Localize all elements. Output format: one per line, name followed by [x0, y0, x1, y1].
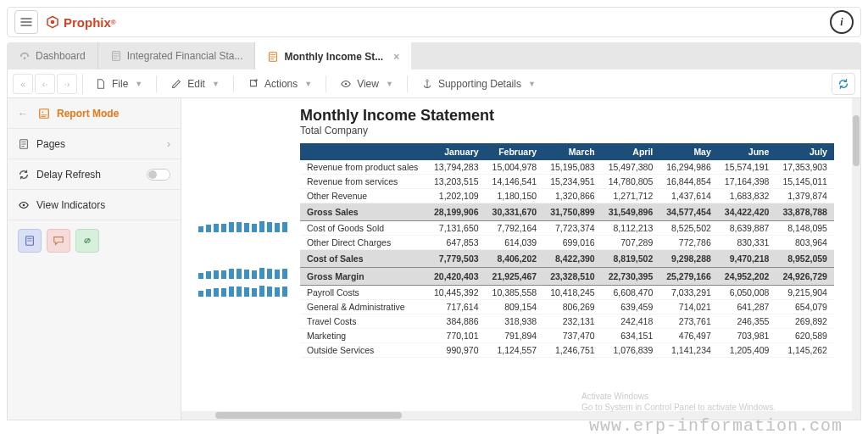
cell-value: 7,723,374	[543, 221, 602, 236]
nav-back-button[interactable]: «	[13, 74, 33, 94]
view-menu-button[interactable]: View▼	[331, 73, 402, 95]
cell-value: 10,418,245	[543, 286, 602, 300]
cell-value: 1,076,839	[602, 343, 660, 358]
link-icon	[81, 235, 93, 247]
row-label: Gross Sales	[300, 203, 427, 221]
cell-value: 641,287	[718, 300, 776, 314]
tab-dashboard[interactable]: Dashboard	[7, 42, 98, 70]
cell-value: 699,016	[543, 236, 602, 250]
cell-value: 634,151	[602, 329, 660, 343]
cell-value: 1,320,866	[543, 189, 602, 203]
delay-refresh-toggle[interactable]	[147, 169, 170, 181]
nav-next-button[interactable]: ·›	[57, 74, 77, 94]
tab-integrated-financial[interactable]: Integrated Financial Sta...	[98, 42, 256, 70]
cell-value: 22,730,395	[602, 268, 660, 286]
cell-value: 24,926,729	[776, 268, 834, 286]
cell-value: 17,164,398	[718, 175, 776, 189]
row-label: Payroll Costs	[300, 286, 427, 300]
data-row: Revenue from product sales13,794,28315,0…	[300, 160, 834, 175]
cell-value: 1,437,614	[659, 189, 718, 203]
cell-value: 15,234,951	[543, 175, 602, 189]
cell-value: 15,004,978	[486, 160, 544, 175]
cell-value: 8,406,202	[486, 250, 544, 268]
cell-value: 33,878,788	[776, 203, 834, 221]
cell-value: 717,614	[427, 300, 486, 314]
delay-refresh-item[interactable]: Delay Refresh	[8, 159, 181, 190]
view-indicators-item[interactable]: View Indicators	[8, 190, 181, 220]
cell-value: 8,819,502	[602, 250, 660, 268]
info-button[interactable]: i	[830, 10, 854, 34]
cell-value: 1,141,234	[659, 343, 718, 358]
cell-value: 703,981	[718, 329, 776, 343]
supporting-details-menu-button[interactable]: Supporting Details▼	[413, 73, 544, 95]
refresh-button[interactable]	[832, 73, 855, 95]
data-row: Other Direct Charges647,853614,039699,01…	[300, 236, 834, 250]
cell-value: 9,470,218	[718, 250, 776, 268]
prophix-logo-icon	[45, 14, 60, 30]
cell-value: 806,269	[543, 300, 602, 314]
indicator-links-button[interactable]	[75, 229, 99, 253]
svg-point-1	[24, 57, 26, 59]
tab-monthly-income[interactable]: Monthly Income St... ×	[255, 42, 411, 70]
cell-value: 707,289	[602, 236, 660, 250]
svg-point-4	[345, 82, 348, 85]
cell-value: 28,199,906	[427, 203, 486, 221]
cell-value: 384,886	[427, 314, 486, 329]
cell-value: 714,021	[659, 300, 718, 314]
cell-value: 16,844,854	[659, 175, 718, 189]
cell-value: 803,964	[776, 236, 834, 250]
income-statement-table: JanuaryFebruaryMarchAprilMayJuneJulyReve…	[300, 143, 834, 358]
indicator-comments-button[interactable]	[47, 229, 70, 253]
row-label: Travel Costs	[300, 314, 427, 329]
hamburger-menu-button[interactable]	[14, 10, 38, 34]
info-icon: i	[840, 16, 843, 29]
edit-menu-button[interactable]: Edit▼	[162, 73, 228, 95]
cell-value: 791,894	[486, 329, 544, 343]
row-label: Cost of Goods Sold	[300, 221, 427, 236]
cell-value: 20,420,403	[427, 268, 486, 286]
cell-value: 1,202,109	[427, 189, 486, 203]
sparkline-chart	[198, 217, 292, 232]
cell-value: 8,952,059	[776, 250, 834, 268]
cell-value: 21,925,467	[486, 268, 544, 286]
section-row: Gross Sales28,199,90630,331,67031,750,89…	[300, 203, 834, 221]
chevron-right-icon: ›	[167, 138, 170, 150]
indicator-notes-button[interactable]	[18, 229, 42, 253]
tab-close-icon[interactable]: ×	[393, 51, 399, 63]
file-icon	[95, 78, 107, 90]
source-url-watermark: www.erp-information.com	[589, 416, 843, 434]
cell-value: 242,418	[602, 314, 660, 329]
cell-value: 8,639,887	[718, 221, 776, 236]
cell-value: 15,574,191	[718, 160, 776, 175]
report-mode-item[interactable]: ← Report Mode	[8, 98, 181, 129]
report-title: Monthly Income Statement	[300, 107, 860, 125]
file-menu-button[interactable]: File▼	[86, 73, 151, 95]
section-row: Cost of Sales7,779,5038,406,2028,422,390…	[300, 250, 834, 268]
cell-value: 24,952,202	[718, 268, 776, 286]
column-header: April	[602, 143, 660, 160]
actions-menu-button[interactable]: Actions▼	[239, 73, 320, 95]
cell-value: 654,079	[776, 300, 834, 314]
cell-value: 647,853	[427, 236, 486, 250]
section-row: Gross Margin20,420,40321,925,46723,328,5…	[300, 268, 834, 286]
cell-value: 830,331	[718, 236, 776, 250]
cell-value: 15,497,380	[602, 160, 660, 175]
vertical-scrollbar[interactable]	[852, 98, 860, 420]
cell-value: 6,608,470	[602, 286, 660, 300]
nav-prev-button[interactable]: ‹·	[35, 74, 55, 94]
pages-item[interactable]: Pages ›	[8, 129, 181, 159]
column-header: July	[776, 143, 834, 160]
column-header: February	[486, 143, 544, 160]
cell-value: 318,938	[486, 314, 544, 329]
eye-icon	[18, 199, 30, 211]
report-icon	[38, 108, 50, 120]
cell-value: 13,203,515	[427, 175, 486, 189]
cell-value: 14,146,541	[486, 175, 544, 189]
data-row: Other Revenue1,202,1091,180,1501,320,866…	[300, 189, 834, 203]
cell-value: 15,195,083	[543, 160, 602, 175]
row-label: Revenue from product sales	[300, 160, 427, 175]
cell-value: 7,131,650	[427, 221, 486, 236]
tab-label: Monthly Income St...	[284, 51, 383, 63]
row-label: Cost of Sales	[300, 250, 427, 268]
cell-value: 25,279,166	[659, 268, 718, 286]
